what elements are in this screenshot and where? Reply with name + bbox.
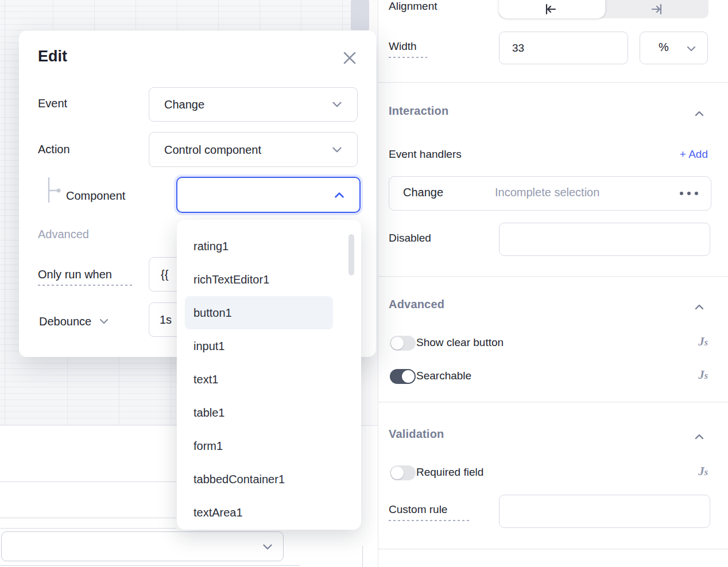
collapse-validation-button[interactable] [692, 430, 706, 444]
close-icon[interactable] [339, 48, 360, 71]
chevron-down-icon [330, 97, 344, 112]
chevron-down-icon [330, 142, 344, 157]
width-label: Width [389, 40, 417, 53]
list-item[interactable]: form1 [177, 429, 361, 463]
canvas-select-component[interactable] [1, 531, 284, 561]
action-select-value: Control component [164, 143, 261, 156]
chevron-up-icon [332, 188, 347, 203]
collapse-advanced-button[interactable] [692, 300, 706, 314]
event-select[interactable]: Change [149, 87, 358, 122]
only-run-when-underline [38, 285, 134, 286]
disabled-input[interactable] [499, 223, 710, 256]
component-select[interactable] [176, 177, 361, 213]
plus-icon: + [680, 148, 686, 160]
custom-rule-input[interactable] [499, 495, 710, 528]
width-input[interactable] [499, 32, 628, 64]
align-left-icon [544, 8, 557, 18]
toggle-knob [402, 370, 415, 383]
event-handler-row[interactable]: Change Incomplete selection [389, 176, 711, 211]
event-handlers-label: Event handlers [389, 148, 462, 161]
canvas-line [0, 528, 176, 529]
canvas-line [0, 481, 176, 482]
searchable-toggle[interactable] [390, 369, 416, 384]
list-item[interactable]: input1 [177, 329, 361, 363]
action-select[interactable]: Control component [149, 132, 358, 167]
canvas-edge-line [5, 0, 5, 425]
js-fx-icon[interactable]: Js [698, 335, 708, 349]
dropdown-scrollbar[interactable] [348, 234, 354, 275]
custom-rule-label: Custom rule [389, 503, 447, 516]
canvas-grid-bottom [0, 357, 176, 425]
list-item[interactable]: tabbedContainer1 [177, 463, 361, 496]
required-field-toggle[interactable] [390, 465, 416, 480]
align-right-icon [650, 8, 664, 18]
canvas-line [0, 565, 300, 566]
show-clear-button-label: Show clear button [416, 336, 504, 349]
custom-rule-underline [389, 520, 470, 521]
only-run-when-label: Only run when [38, 268, 112, 281]
js-fx-icon[interactable]: Js [698, 368, 708, 382]
canvas-line [362, 546, 363, 567]
show-clear-button-toggle[interactable] [390, 336, 416, 351]
more-options-icon[interactable] [680, 192, 698, 195]
list-item-highlighted[interactable]: button1 [185, 296, 333, 329]
section-title-validation: Validation [389, 428, 444, 441]
toggle-knob [391, 467, 404, 479]
inspector-panel: Alignment Width % In [378, 0, 728, 567]
debounce-label-text: Debounce [39, 315, 91, 328]
only-run-when-value: {{ [161, 268, 168, 281]
searchable-label: Searchable [416, 370, 471, 382]
toggle-knob [391, 337, 404, 349]
divider [378, 276, 728, 277]
required-field-label: Required field [416, 466, 483, 479]
canvas-scrollbar[interactable] [351, 0, 369, 30]
tree-branch-icon [47, 177, 64, 205]
add-event-handler-button[interactable]: + Add [680, 148, 708, 161]
list-item[interactable]: text1 [177, 363, 361, 396]
advanced-section-label: Advanced [38, 228, 89, 241]
divider [378, 402, 728, 402]
chevron-down-icon[interactable] [97, 314, 111, 328]
debounce-label: Debounce [39, 314, 111, 328]
modal-title: Edit [38, 48, 67, 65]
js-fx-icon[interactable]: Js [698, 464, 708, 479]
component-label: Component [66, 189, 125, 203]
chevron-down-icon [260, 539, 275, 554]
align-left-button[interactable] [544, 2, 557, 16]
list-item[interactable]: table1 [177, 396, 361, 429]
align-right-button[interactable] [650, 2, 664, 16]
chevron-down-icon [684, 42, 698, 56]
width-label-underline [389, 57, 427, 58]
alignment-segmented-control [499, 0, 708, 18]
divider [378, 82, 728, 83]
section-title-advanced: Advanced [389, 298, 444, 311]
alignment-label: Alignment [389, 0, 437, 13]
handler-event-name: Change [403, 186, 443, 199]
handler-status: Incomplete selection [495, 186, 599, 199]
add-button-label: Add [688, 148, 708, 160]
list-item[interactable]: rating1 [177, 230, 361, 263]
list-item[interactable]: textArea1 [177, 496, 361, 529]
list-item[interactable]: richTextEditor1 [177, 263, 361, 296]
width-unit-select[interactable]: % [640, 32, 708, 64]
debounce-value: 1s [160, 313, 172, 327]
section-title-interaction: Interaction [389, 104, 448, 118]
width-unit-value: % [659, 41, 669, 54]
disabled-label: Disabled [389, 232, 431, 244]
canvas-line [0, 518, 176, 518]
divider [378, 549, 728, 549]
event-label: Event [38, 97, 67, 110]
action-label: Action [38, 143, 70, 156]
collapse-interaction-button[interactable] [692, 107, 706, 121]
event-select-value: Change [164, 98, 204, 111]
width-input-value[interactable] [499, 32, 640, 64]
component-dropdown-list: rating1 richTextEditor1 button1 input1 t… [177, 220, 361, 530]
app-root: Alignment Width % In [0, 0, 728, 567]
